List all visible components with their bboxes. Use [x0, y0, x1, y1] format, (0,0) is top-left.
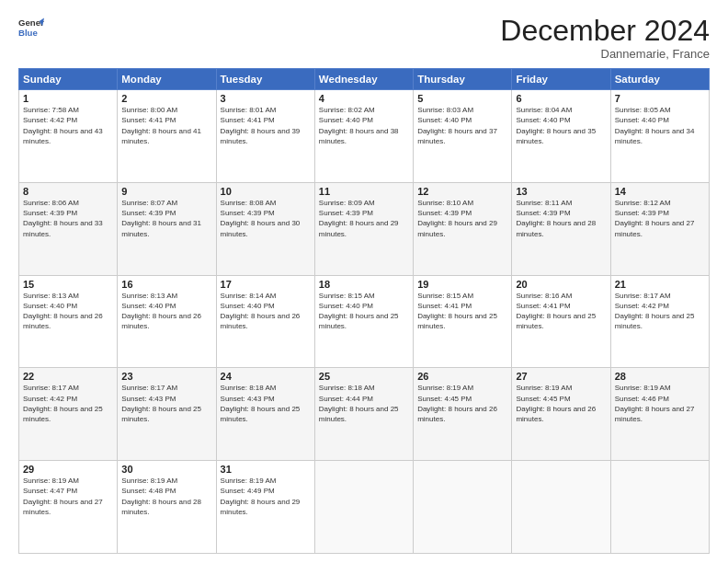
day-number: 28 — [615, 371, 705, 382]
day-number: 15 — [23, 279, 113, 290]
day-number: 21 — [615, 279, 705, 290]
day-number: 2 — [121, 93, 211, 104]
empty-cell — [414, 461, 512, 554]
col-thursday: Thursday — [414, 69, 512, 90]
day-number: 13 — [516, 186, 606, 197]
day-number: 19 — [417, 279, 507, 290]
col-monday: Monday — [118, 69, 216, 90]
day-number: 4 — [319, 93, 409, 104]
empty-cell — [610, 461, 709, 554]
day-cell-31: 31Sunrise: 8:19 AMSunset: 4:49 PMDayligh… — [216, 461, 314, 554]
title-block: December 2024 Dannemarie, France — [500, 15, 710, 61]
day-info: Sunrise: 8:13 AMSunset: 4:40 PMDaylight:… — [121, 291, 211, 332]
day-info: Sunrise: 8:19 AMSunset: 4:47 PMDaylight:… — [23, 476, 113, 517]
day-number: 5 — [417, 93, 507, 104]
day-info: Sunrise: 8:05 AMSunset: 4:40 PMDaylight:… — [615, 105, 705, 146]
day-number: 31 — [221, 464, 311, 475]
day-cell-21: 21Sunrise: 8:17 AMSunset: 4:42 PMDayligh… — [610, 275, 709, 368]
logo: General Blue — [18, 15, 44, 40]
day-number: 14 — [615, 186, 705, 197]
day-cell-23: 23Sunrise: 8:17 AMSunset: 4:43 PMDayligh… — [118, 368, 216, 461]
day-info: Sunrise: 8:17 AMSunset: 4:43 PMDaylight:… — [121, 383, 211, 424]
day-cell-18: 18Sunrise: 8:15 AMSunset: 4:40 PMDayligh… — [314, 275, 413, 368]
calendar-week-4: 22Sunrise: 8:17 AMSunset: 4:42 PMDayligh… — [19, 368, 710, 461]
logo-icon: General Blue — [18, 15, 44, 40]
day-info: Sunrise: 8:02 AMSunset: 4:40 PMDaylight:… — [319, 105, 409, 146]
day-number: 26 — [417, 371, 507, 382]
day-number: 8 — [23, 186, 113, 197]
day-number: 18 — [319, 279, 409, 290]
day-info: Sunrise: 7:58 AMSunset: 4:42 PMDaylight:… — [23, 105, 113, 146]
day-info: Sunrise: 8:09 AMSunset: 4:39 PMDaylight:… — [319, 198, 409, 239]
calendar-week-3: 15Sunrise: 8:13 AMSunset: 4:40 PMDayligh… — [19, 275, 710, 368]
day-info: Sunrise: 8:18 AMSunset: 4:44 PMDaylight:… — [319, 383, 409, 424]
day-cell-8: 8Sunrise: 8:06 AMSunset: 4:39 PMDaylight… — [19, 182, 118, 275]
day-cell-6: 6Sunrise: 8:04 AMSunset: 4:40 PMDaylight… — [512, 90, 610, 183]
day-number: 25 — [319, 371, 409, 382]
day-info: Sunrise: 8:19 AMSunset: 4:45 PMDaylight:… — [417, 383, 507, 424]
day-info: Sunrise: 8:16 AMSunset: 4:41 PMDaylight:… — [516, 291, 606, 332]
day-info: Sunrise: 8:17 AMSunset: 4:42 PMDaylight:… — [615, 291, 705, 332]
day-number: 9 — [121, 186, 211, 197]
day-info: Sunrise: 8:18 AMSunset: 4:43 PMDaylight:… — [221, 383, 311, 424]
day-number: 27 — [516, 371, 606, 382]
day-info: Sunrise: 8:17 AMSunset: 4:42 PMDaylight:… — [23, 383, 113, 424]
day-cell-19: 19Sunrise: 8:15 AMSunset: 4:41 PMDayligh… — [414, 275, 512, 368]
day-number: 29 — [23, 464, 113, 475]
day-info: Sunrise: 8:19 AMSunset: 4:45 PMDaylight:… — [516, 383, 606, 424]
day-number: 3 — [221, 93, 311, 104]
day-cell-28: 28Sunrise: 8:19 AMSunset: 4:46 PMDayligh… — [610, 368, 709, 461]
col-tuesday: Tuesday — [216, 69, 314, 90]
day-info: Sunrise: 8:19 AMSunset: 4:49 PMDaylight:… — [221, 476, 311, 517]
day-cell-5: 5Sunrise: 8:03 AMSunset: 4:40 PMDaylight… — [414, 90, 512, 183]
day-cell-11: 11Sunrise: 8:09 AMSunset: 4:39 PMDayligh… — [314, 182, 413, 275]
day-cell-15: 15Sunrise: 8:13 AMSunset: 4:40 PMDayligh… — [19, 275, 118, 368]
day-info: Sunrise: 8:08 AMSunset: 4:39 PMDaylight:… — [221, 198, 311, 239]
day-cell-27: 27Sunrise: 8:19 AMSunset: 4:45 PMDayligh… — [512, 368, 610, 461]
day-number: 10 — [221, 186, 311, 197]
calendar-table: Sunday Monday Tuesday Wednesday Thursday… — [18, 68, 710, 554]
day-info: Sunrise: 8:19 AMSunset: 4:48 PMDaylight:… — [121, 476, 211, 517]
day-cell-4: 4Sunrise: 8:02 AMSunset: 4:40 PMDaylight… — [314, 90, 413, 183]
day-info: Sunrise: 8:15 AMSunset: 4:41 PMDaylight:… — [417, 291, 507, 332]
day-info: Sunrise: 8:00 AMSunset: 4:41 PMDaylight:… — [121, 105, 211, 146]
day-cell-22: 22Sunrise: 8:17 AMSunset: 4:42 PMDayligh… — [19, 368, 118, 461]
col-wednesday: Wednesday — [314, 69, 413, 90]
day-cell-9: 9Sunrise: 8:07 AMSunset: 4:39 PMDaylight… — [118, 182, 216, 275]
day-number: 7 — [615, 93, 705, 104]
day-number: 12 — [417, 186, 507, 197]
day-info: Sunrise: 8:10 AMSunset: 4:39 PMDaylight:… — [417, 198, 507, 239]
day-info: Sunrise: 8:06 AMSunset: 4:39 PMDaylight:… — [23, 198, 113, 239]
day-info: Sunrise: 8:12 AMSunset: 4:39 PMDaylight:… — [615, 198, 705, 239]
day-info: Sunrise: 8:07 AMSunset: 4:39 PMDaylight:… — [121, 198, 211, 239]
page: General Blue December 2024 Dannemarie, F… — [0, 0, 728, 563]
empty-cell — [512, 461, 610, 554]
day-info: Sunrise: 8:01 AMSunset: 4:41 PMDaylight:… — [221, 105, 311, 146]
day-info: Sunrise: 8:11 AMSunset: 4:39 PMDaylight:… — [516, 198, 606, 239]
day-number: 22 — [23, 371, 113, 382]
header-row: Sunday Monday Tuesday Wednesday Thursday… — [19, 69, 710, 90]
day-number: 1 — [23, 93, 113, 104]
day-cell-29: 29Sunrise: 8:19 AMSunset: 4:47 PMDayligh… — [19, 461, 118, 554]
header: General Blue December 2024 Dannemarie, F… — [18, 15, 710, 61]
col-saturday: Saturday — [610, 69, 709, 90]
day-cell-14: 14Sunrise: 8:12 AMSunset: 4:39 PMDayligh… — [610, 182, 709, 275]
day-info: Sunrise: 8:19 AMSunset: 4:46 PMDaylight:… — [615, 383, 705, 424]
day-number: 24 — [221, 371, 311, 382]
month-title: December 2024 — [500, 15, 710, 47]
day-cell-1: 1Sunrise: 7:58 AMSunset: 4:42 PMDaylight… — [19, 90, 118, 183]
day-cell-12: 12Sunrise: 8:10 AMSunset: 4:39 PMDayligh… — [414, 182, 512, 275]
day-number: 23 — [121, 371, 211, 382]
day-info: Sunrise: 8:13 AMSunset: 4:40 PMDaylight:… — [23, 291, 113, 332]
day-cell-30: 30Sunrise: 8:19 AMSunset: 4:48 PMDayligh… — [118, 461, 216, 554]
day-number: 20 — [516, 279, 606, 290]
day-number: 6 — [516, 93, 606, 104]
day-cell-16: 16Sunrise: 8:13 AMSunset: 4:40 PMDayligh… — [118, 275, 216, 368]
day-cell-10: 10Sunrise: 8:08 AMSunset: 4:39 PMDayligh… — [216, 182, 314, 275]
day-number: 16 — [121, 279, 211, 290]
day-cell-17: 17Sunrise: 8:14 AMSunset: 4:40 PMDayligh… — [216, 275, 314, 368]
day-cell-3: 3Sunrise: 8:01 AMSunset: 4:41 PMDaylight… — [216, 90, 314, 183]
location: Dannemarie, France — [500, 47, 710, 61]
calendar-body: 1Sunrise: 7:58 AMSunset: 4:42 PMDaylight… — [19, 90, 710, 554]
col-friday: Friday — [512, 69, 610, 90]
